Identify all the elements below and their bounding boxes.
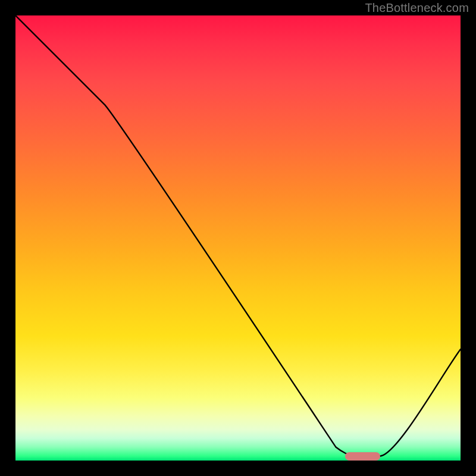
chart-container: TheBottleneck.com <box>0 0 476 476</box>
attribution-label: TheBottleneck.com <box>365 1 469 15</box>
plot-area <box>15 15 461 461</box>
curve-layer <box>15 15 461 461</box>
bottleneck-curve <box>15 15 461 456</box>
optimal-marker <box>345 452 381 461</box>
